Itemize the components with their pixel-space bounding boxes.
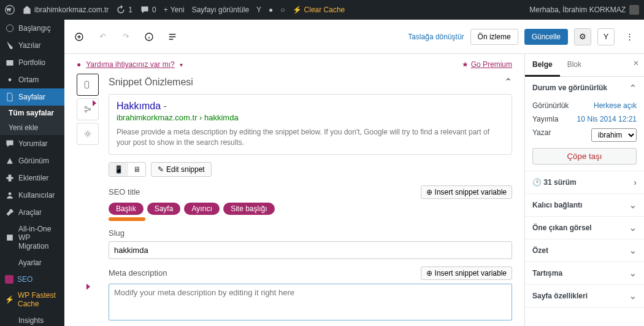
sidebar-item-seo[interactable]: SEO	[0, 271, 64, 287]
yoast-tab-advanced[interactable]	[77, 123, 99, 145]
pill-page[interactable]: Sayfa	[147, 203, 181, 215]
desktop-icon: 🖥	[128, 163, 145, 176]
author-select[interactable]: ibrahim	[591, 128, 637, 142]
updates[interactable]: 1	[116, 5, 132, 15]
add-block-button[interactable]	[71, 28, 88, 45]
svg-rect-8	[85, 81, 88, 88]
mobile-icon: 📱	[109, 163, 128, 176]
sidebar-item-users[interactable]: Kullanıcılar	[0, 187, 64, 204]
tab-document[interactable]: Belge	[525, 54, 560, 77]
svg-rect-2	[6, 60, 13, 66]
site-name[interactable]: ibrahimkorkmaz.com.tr	[22, 5, 109, 15]
svg-point-4	[9, 192, 12, 195]
expand-triangle-icon-2[interactable]	[86, 284, 90, 290]
sidebar-item-insights[interactable]: Insights	[0, 312, 64, 326]
section-attributes[interactable]: Sayfa özellikleri⌄	[525, 285, 644, 307]
yoast-tab-snippet[interactable]	[77, 74, 99, 96]
section-discussion[interactable]: Tartışma⌄	[525, 262, 644, 284]
sidebar-item-posts[interactable]: Yazılar	[0, 37, 64, 54]
collapse-icon[interactable]: ⌃	[504, 76, 512, 88]
sidebar-item-tools[interactable]: Araçlar	[0, 204, 64, 221]
sidebar-sub-all-pages[interactable]: Tüm sayfalar	[0, 106, 64, 120]
pill-separator[interactable]: Ayırıcı	[184, 203, 220, 215]
revisions-row[interactable]: 🕑 31 sürüm›	[525, 171, 644, 193]
sidebar-item-dashboard[interactable]: Başlangıç	[0, 20, 64, 37]
svg-point-10	[89, 108, 91, 110]
publish-date-link[interactable]: 10 Nis 2014 12:21	[577, 115, 637, 123]
sidebar-item-plugins[interactable]: Eklentiler	[0, 169, 64, 187]
chevron-up-icon[interactable]: ⌃	[629, 83, 637, 93]
more-icon[interactable]: ⋮	[621, 28, 638, 45]
circle-icon[interactable]: ●	[269, 6, 273, 14]
yoast-icon[interactable]: Y	[256, 6, 261, 14]
insert-variable-button-2[interactable]: ⊕ Insert snippet variable	[421, 266, 512, 280]
pill-sitetitle[interactable]: Site başlığı	[223, 203, 274, 215]
sidebar-item-comments[interactable]: Yorumlar	[0, 135, 64, 152]
redo-button[interactable]: ↷	[117, 28, 134, 45]
sidebar-item-portfolio[interactable]: Portfolio	[0, 54, 64, 71]
settings-icon[interactable]: ⚙	[574, 28, 591, 45]
svg-rect-5	[7, 235, 13, 241]
snippet-preview: Hakkımda - ibrahimkorkmaz.com.tr › hakki…	[109, 94, 512, 155]
sidebar-item-settings[interactable]: Ayarlar	[0, 254, 64, 271]
chevron-down-icon[interactable]: ▾	[180, 61, 183, 68]
wp-logo[interactable]	[5, 5, 15, 15]
sidebar-sub-new-page[interactable]: Yeni ekle	[0, 120, 64, 135]
device-toggle[interactable]: 📱 🖥	[109, 162, 146, 177]
outline-button[interactable]	[164, 28, 181, 45]
section-excerpt[interactable]: Özet⌄	[525, 239, 644, 262]
section-featured[interactable]: Öne çıkan görsel⌄	[525, 217, 644, 239]
greeting[interactable]: Merhaba, İbrahim KORKMAZ	[529, 6, 626, 14]
comments[interactable]: 0	[140, 5, 156, 15]
avatar[interactable]	[629, 5, 639, 15]
progress-bar	[109, 217, 145, 221]
view-page[interactable]: Sayfayı görüntüle	[192, 6, 249, 14]
info-button[interactable]	[140, 28, 158, 45]
sidebar-item-media[interactable]: Ortam	[0, 71, 64, 88]
clear-cache[interactable]: ⚡ Clear Cache	[293, 6, 345, 14]
insert-variable-button[interactable]: ⊕ Insert snippet variable	[421, 185, 512, 199]
editor-topbar: ↶ ↷ Taslağa dönüştür Ön izleme Güncelle …	[64, 20, 644, 54]
visibility-link[interactable]: Herkese açık	[594, 101, 637, 110]
svg-point-3	[9, 79, 12, 82]
meta-label: Meta description	[109, 268, 167, 277]
edit-snippet-button[interactable]: ✎ Edit snippet	[151, 162, 212, 177]
inspector-panel: Belge Blok ✕ Durum ve görünürlük⌃ Görünü…	[524, 54, 644, 326]
svg-point-11	[85, 111, 86, 112]
expand-triangle-icon[interactable]	[93, 100, 96, 106]
tab-block[interactable]: Blok	[560, 54, 589, 76]
admin-bar: ibrahimkorkmaz.com.tr 1 0 + Yeni Sayfayı…	[0, 0, 644, 20]
preview-button[interactable]: Ön izleme	[470, 29, 518, 45]
help-link[interactable]: Yardıma ihtiyacınız var mı?	[86, 60, 175, 69]
new-content[interactable]: + Yeni	[164, 6, 185, 14]
go-premium-link[interactable]: ★ Go Premium	[462, 60, 512, 69]
circle-icon-2[interactable]: ○	[280, 6, 285, 14]
snippet-heading: Snippet Önizlemesi	[109, 77, 193, 88]
section-permalink[interactable]: Kalıcı bağlantı⌄	[525, 194, 644, 216]
sidebar-item-appearance[interactable]: Görünüm	[0, 152, 64, 169]
update-button[interactable]: Güncelle	[524, 29, 568, 45]
admin-sidebar: Başlangıç Yazılar Portfolio Ortam Sayfal…	[0, 20, 64, 326]
svg-point-9	[85, 106, 86, 108]
meta-description-input[interactable]	[109, 284, 512, 320]
yoast-panel-icon[interactable]: Y	[597, 28, 615, 45]
slug-input[interactable]	[109, 241, 512, 259]
sidebar-item-pages[interactable]: Sayfalar	[0, 88, 64, 106]
slug-label: Slug	[109, 228, 125, 238]
seo-title-label: SEO title	[109, 187, 140, 196]
sidebar-item-migration[interactable]: All-in-One WP Migration	[0, 221, 64, 254]
trash-button[interactable]: Çöpe taşı	[532, 148, 637, 165]
svg-point-12	[86, 133, 90, 136]
pill-title[interactable]: Başlık	[109, 203, 144, 215]
sidebar-item-wpfc[interactable]: ⚡WP Fastest Cache	[0, 287, 64, 312]
draft-button[interactable]: Taslağa dönüştür	[408, 33, 464, 41]
close-inspector-icon[interactable]: ✕	[633, 59, 639, 68]
undo-button[interactable]: ↶	[94, 28, 111, 45]
